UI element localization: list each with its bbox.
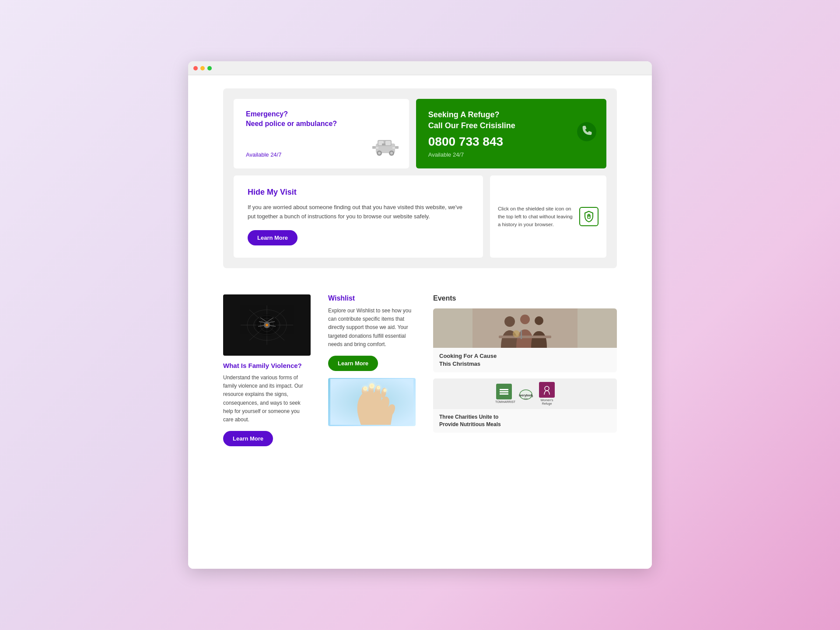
emergency-section: Emergency?Need police or ambulance? Avai… <box>223 88 617 268</box>
svg-text:eats: eats <box>524 397 528 400</box>
minimize-dot[interactable] <box>200 66 205 70</box>
page-content: Emergency?Need police or ambulance? Avai… <box>188 75 652 569</box>
svg-point-32 <box>266 324 268 326</box>
hide-visit-main: Hide My Visit If you are worried about s… <box>234 175 483 258</box>
event-2-title: Three Charities Unite toProvide Nutritio… <box>433 409 617 433</box>
fullscreen-dot[interactable] <box>207 66 212 70</box>
family-violence-column: What Is Family Violence? Understand the … <box>223 294 311 446</box>
shield-icon <box>579 207 598 226</box>
emergency-top-row: Emergency?Need police or ambulance? Avai… <box>234 99 606 168</box>
hide-visit-row: Hide My Visit If you are worried about s… <box>234 175 606 258</box>
svg-point-59 <box>545 386 549 391</box>
family-violence-learn-more-button[interactable]: Learn More <box>223 431 273 446</box>
svg-point-43 <box>374 384 382 392</box>
car-icon <box>372 136 399 161</box>
close-dot[interactable] <box>193 66 198 70</box>
svg-rect-53 <box>500 389 508 390</box>
browser-window: Emergency?Need police or ambulance? Avai… <box>188 61 652 569</box>
hide-visit-learn-more-button[interactable]: Learn More <box>248 230 298 245</box>
svg-point-47 <box>504 316 515 327</box>
event-card-1[interactable]: Cooking For A CauseThis Christmas <box>433 308 617 372</box>
wishlist-image <box>328 378 416 426</box>
svg-rect-3 <box>385 141 391 145</box>
svg-rect-11 <box>376 147 378 149</box>
svg-rect-55 <box>500 393 508 395</box>
event-card-2[interactable]: TOMHARRIST everybody eats <box>433 378 617 433</box>
refuge-available: Available 24/7 <box>428 151 594 158</box>
browser-chrome <box>188 61 652 75</box>
wishlist-learn-more-button[interactable]: Learn More <box>328 356 378 371</box>
svg-rect-54 <box>500 391 508 392</box>
police-title: Emergency?Need police or ambulance? <box>246 109 397 129</box>
event-1-label: Cooking For A CauseThis Christmas <box>433 348 617 372</box>
wishlist-title: Wishlist <box>328 294 416 302</box>
refuge-title: Seeking A Refuge?Call Our Free Crisislin… <box>428 109 594 131</box>
svg-rect-8 <box>372 146 376 149</box>
hide-visit-title: Hide My Visit <box>248 188 469 197</box>
family-violence-title: What Is Family Violence? <box>223 362 311 369</box>
events-column: Events <box>433 294 617 446</box>
wishlist-column: Wishlist Explore our Wishlist to see how… <box>328 294 416 446</box>
svg-point-48 <box>520 315 530 324</box>
event-1-image <box>433 308 617 348</box>
refuge-phone: 0800 733 843 <box>428 135 594 149</box>
svg-text:everybody: everybody <box>519 394 533 397</box>
hide-visit-side: Click on the shielded site icon on the t… <box>490 175 606 258</box>
svg-rect-10 <box>382 144 385 145</box>
family-violence-image <box>223 294 311 356</box>
svg-rect-52 <box>521 330 522 339</box>
events-title: Events <box>433 294 617 302</box>
svg-point-49 <box>535 316 543 325</box>
svg-rect-12 <box>392 147 395 149</box>
svg-point-51 <box>513 330 520 337</box>
svg-rect-50 <box>499 336 551 338</box>
lower-section: What Is Family Violence? Understand the … <box>223 277 617 446</box>
svg-point-5 <box>378 152 381 154</box>
police-card: Emergency?Need police or ambulance? Avai… <box>234 99 409 168</box>
family-violence-desc: Understand the various forms of family v… <box>223 374 311 424</box>
svg-rect-9 <box>395 146 399 149</box>
phone-icon <box>576 121 598 147</box>
refuge-card: Seeking A Refuge?Call Our Free Crisislin… <box>416 99 606 168</box>
svg-point-7 <box>390 152 393 154</box>
side-instruction-text: Click on the shielded site icon on the t… <box>498 205 573 229</box>
wishlist-desc: Explore our Wishlist to see how you can … <box>328 307 416 349</box>
event-2-logos: TOMHARRIST everybody eats <box>433 378 617 409</box>
svg-point-45 <box>382 387 388 394</box>
hide-visit-desc: If you are worried about someone finding… <box>248 203 469 221</box>
